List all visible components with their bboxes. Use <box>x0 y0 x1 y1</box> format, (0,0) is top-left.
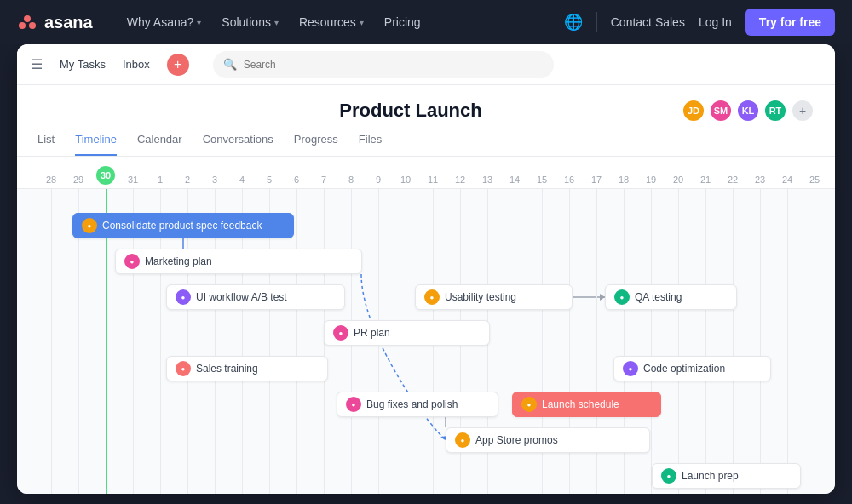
nav-link-pricing[interactable]: Pricing <box>384 15 421 29</box>
task-avatar: ● <box>124 254 140 269</box>
globe-icon[interactable]: 🌐 <box>564 13 583 32</box>
tab-progress[interactable]: Progress <box>294 133 338 156</box>
nav-divider <box>596 12 597 32</box>
grid-line <box>678 189 679 494</box>
search-input[interactable] <box>244 59 544 71</box>
date-col: 2 <box>174 175 201 185</box>
task-bar-pr-plan[interactable]: ●PR plan <box>324 320 490 346</box>
avatar: JD <box>682 99 705 123</box>
task-label: PR plan <box>354 327 390 339</box>
date-col: 17 <box>583 175 610 185</box>
search-bar[interactable]: 🔍 <box>213 51 554 78</box>
date-col: 13 <box>474 175 501 185</box>
app-container: ☰ My Tasks Inbox + 🔍 Product Launch JD S… <box>17 44 835 494</box>
date-col: 28 <box>37 175 65 185</box>
chevron-icon: ▾ <box>197 18 201 27</box>
project-title: Product Launch <box>140 100 682 122</box>
task-avatar: ● <box>333 325 348 341</box>
task-avatar: ● <box>521 397 537 412</box>
nav-link-why-asana[interactable]: Why Asana? ▾ <box>127 15 202 29</box>
task-avatar: ● <box>176 361 191 376</box>
nav-link-solutions[interactable]: Solutions ▾ <box>222 15 279 29</box>
grid-line <box>705 189 706 494</box>
task-bar-consolidate[interactable]: ●Consolidate product spec feedback <box>72 213 294 238</box>
grid-line <box>787 189 788 494</box>
log-in-link[interactable]: Log In <box>699 15 732 29</box>
avatar: RT <box>763 99 787 123</box>
my-tasks-link[interactable]: My Tasks <box>60 58 106 71</box>
date-col: 12 <box>446 175 474 185</box>
logo[interactable]: asana <box>17 12 93 32</box>
date-col: 19 <box>637 175 665 185</box>
avatar: SM <box>709 99 733 123</box>
date-col: 16 <box>556 175 583 185</box>
chevron-icon: ▾ <box>274 18 279 27</box>
task-label: QA testing <box>635 291 682 303</box>
svg-point-2 <box>29 22 36 29</box>
tab-conversations[interactable]: Conversations <box>203 133 273 156</box>
task-bar-bug-fixes[interactable]: ●Bug fixes and polish <box>337 392 498 417</box>
task-avatar: ● <box>623 361 638 376</box>
date-col: 6 <box>283 175 310 185</box>
task-label: Code optimization <box>643 363 725 375</box>
project-avatars: JD SM KL RT + <box>682 99 815 123</box>
task-bar-launch-prep[interactable]: ●Launch prep <box>652 463 801 489</box>
date-col: 3 <box>201 175 228 185</box>
task-avatar: ● <box>455 432 470 448</box>
task-bar-launch-schedule[interactable]: ●Launch schedule <box>512 392 661 417</box>
task-bar-sales-training[interactable]: ●Sales training <box>166 356 328 381</box>
task-bar-qa-testing[interactable]: ●QA testing <box>605 284 737 310</box>
app-topbar: ☰ My Tasks Inbox + 🔍 <box>17 44 835 85</box>
timeline-container: 2829303112345678910111213141516171819202… <box>17 157 835 494</box>
date-col: 4 <box>228 175 256 185</box>
task-label: Launch prep <box>682 470 739 482</box>
task-bar-ui-workflow[interactable]: ●UI workflow A/B test <box>166 284 345 310</box>
task-label: Consolidate product spec feedback <box>102 220 262 232</box>
date-col: 1 <box>147 175 174 185</box>
date-col: 10 <box>392 175 419 185</box>
date-col: 23 <box>746 175 774 185</box>
project-header: Product Launch JD SM KL RT + List Timeli… <box>17 85 835 157</box>
task-avatar: ● <box>176 289 191 305</box>
tab-timeline[interactable]: Timeline <box>75 133 117 156</box>
task-bar-marketing[interactable]: ●Marketing plan <box>115 249 362 274</box>
tab-list[interactable]: List <box>37 133 55 156</box>
add-button[interactable]: + <box>167 54 189 76</box>
task-bar-usability[interactable]: ●Usability testing <box>415 284 573 310</box>
task-bar-app-store-promos[interactable]: ●App Store promos <box>446 427 650 453</box>
date-col: 18 <box>610 175 637 185</box>
date-col: 14 <box>501 175 528 185</box>
date-col: 9 <box>365 175 392 185</box>
date-col: 24 <box>774 175 801 185</box>
tab-calendar[interactable]: Calendar <box>137 133 182 156</box>
date-col: 8 <box>337 175 365 185</box>
task-label: Marketing plan <box>145 255 212 267</box>
date-col: 20 <box>665 175 692 185</box>
grid-line <box>733 189 734 494</box>
inbox-link[interactable]: Inbox <box>123 58 150 71</box>
contact-sales-link[interactable]: Contact Sales <box>611 15 685 29</box>
search-icon: 🔍 <box>223 58 237 71</box>
timeline-body: ●Consolidate product spec feedback●Marke… <box>17 189 835 494</box>
date-col: 15 <box>528 175 556 185</box>
task-label: Bug fixes and polish <box>366 398 458 410</box>
avatar: KL <box>736 99 760 123</box>
date-col: 22 <box>719 175 746 185</box>
project-tabs: List Timeline Calendar Conversations Pro… <box>37 133 815 156</box>
logo-text: asana <box>44 13 93 32</box>
grid-line <box>51 189 52 494</box>
date-col: 31 <box>119 175 147 185</box>
grid-line <box>815 189 815 494</box>
hamburger-icon[interactable]: ☰ <box>31 56 43 72</box>
task-avatar: ● <box>424 289 440 305</box>
task-label: Launch schedule <box>542 398 619 410</box>
tab-files[interactable]: Files <box>359 133 382 156</box>
add-member-button[interactable]: + <box>791 99 815 123</box>
date-col: 21 <box>692 175 719 185</box>
navigation: asana Why Asana? ▾ Solutions ▾ Resources… <box>0 0 852 44</box>
try-for-free-button[interactable]: Try for free <box>746 9 835 36</box>
nav-link-resources[interactable]: Resources ▾ <box>299 15 364 29</box>
task-bar-code-optimization[interactable]: ●Code optimization <box>613 356 771 381</box>
date-col: 29 <box>65 175 92 185</box>
date-col: 30 <box>92 166 119 185</box>
